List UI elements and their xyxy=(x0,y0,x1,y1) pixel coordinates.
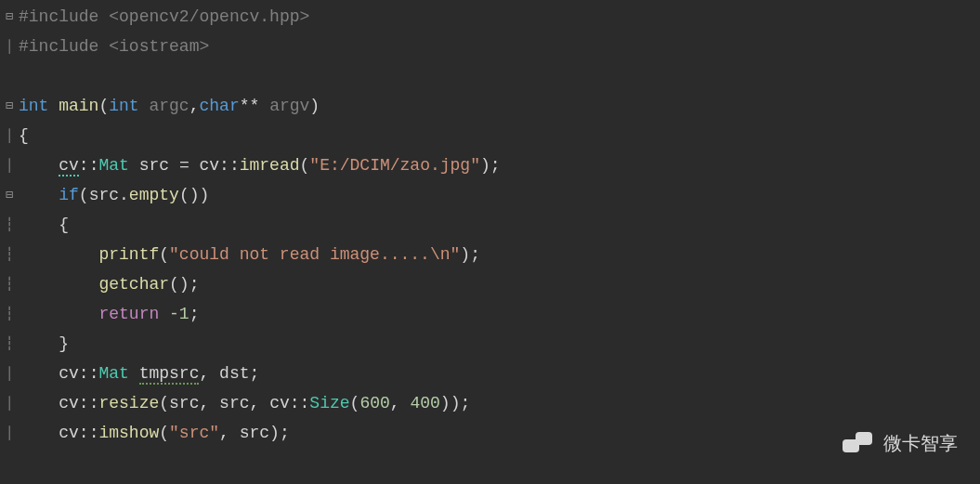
watermark: 微卡智享 xyxy=(843,430,958,456)
fold-minus-icon[interactable]: ⊟ xyxy=(0,180,19,210)
code-line[interactable]: cv::resize(src, src, cv::Size(600, 400))… xyxy=(19,388,980,418)
watermark-text: 微卡智享 xyxy=(883,431,958,456)
code-line[interactable]: return -1; xyxy=(19,299,980,329)
code-line[interactable]: printf("could not read image.....\n"); xyxy=(19,240,980,269)
fold-minus-icon[interactable]: ⊟ xyxy=(0,91,19,121)
code-line[interactable]: } xyxy=(19,329,980,359)
code-line[interactable]: #include <iostream> xyxy=(19,32,980,61)
code-line[interactable]: { xyxy=(19,210,980,240)
code-line[interactable]: #include <opencv2/opencv.hpp> xyxy=(19,2,980,32)
code-area[interactable]: #include <opencv2/opencv.hpp> #include <… xyxy=(19,0,980,484)
wechat-icon xyxy=(843,430,874,456)
fold-minus-icon[interactable]: ⊟ xyxy=(0,2,19,32)
code-line[interactable] xyxy=(19,61,980,91)
fold-gutter: ⊟ │ ⊟ │ │ ⊟ ┆ ┆ ┆ ┆ ┆ │ │ │ xyxy=(0,0,19,484)
code-line[interactable]: int main(int argc,char** argv) xyxy=(19,91,980,121)
code-line[interactable]: cv::imshow("src", src); xyxy=(19,418,980,448)
code-line[interactable]: { xyxy=(19,121,980,150)
code-line[interactable]: if(src.empty()) xyxy=(19,180,980,210)
code-line[interactable]: cv::Mat tmpsrc, dst; xyxy=(19,359,980,388)
fold-line-icon: │ xyxy=(0,32,19,61)
code-line[interactable]: cv::Mat src = cv::imread("E:/DCIM/zao.jp… xyxy=(19,150,980,180)
code-editor[interactable]: ⊟ │ ⊟ │ │ ⊟ ┆ ┆ ┆ ┆ ┆ │ │ │ #include <op… xyxy=(0,0,980,484)
code-line[interactable]: getchar(); xyxy=(19,269,980,299)
